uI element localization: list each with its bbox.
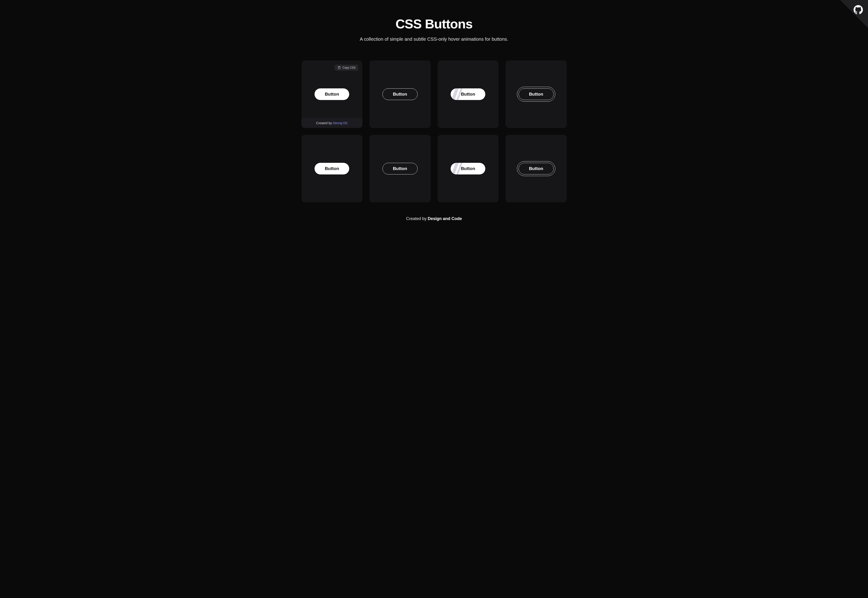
github-icon: [854, 5, 863, 14]
button-card: Button: [506, 135, 567, 202]
button-card: Button: [370, 135, 431, 202]
github-link[interactable]: [854, 5, 863, 15]
page-header: CSS Buttons A collection of simple and s…: [0, 0, 868, 51]
double-ring-wrap: Button: [517, 87, 555, 102]
button-card: Button: [438, 60, 499, 128]
button-grid: Copy CSS Button Created by Devraj DC But…: [287, 60, 581, 202]
svg-rect-0: [339, 67, 340, 67]
double-ring-wrap: Button: [517, 161, 555, 176]
demo-button-outline[interactable]: Button: [383, 163, 418, 175]
demo-button-outline[interactable]: Button: [383, 88, 418, 100]
demo-button-label: Button: [461, 92, 475, 97]
created-by-prefix: Created by: [316, 121, 333, 125]
button-card: Button: [370, 60, 431, 128]
author-link[interactable]: Devraj DC: [333, 121, 348, 125]
page-footer: Created by Design and Code: [0, 216, 868, 221]
button-card: Copy CSS Button Created by Devraj DC: [301, 60, 363, 128]
demo-button-striped[interactable]: Button: [450, 163, 485, 175]
footer-prefix: Created by: [406, 216, 428, 221]
button-card: Button: [301, 135, 363, 202]
copy-css-button[interactable]: Copy CSS: [335, 65, 358, 71]
card-footer: Created by Devraj DC: [301, 118, 363, 128]
page-subtitle: A collection of simple and subtle CSS-on…: [0, 36, 868, 42]
demo-button-striped[interactable]: Button: [450, 88, 485, 100]
clipboard-icon: [338, 66, 341, 69]
demo-button-solid[interactable]: Button: [314, 163, 349, 175]
footer-author: Design and Code: [428, 216, 462, 221]
demo-button-solid[interactable]: Button: [314, 88, 349, 100]
button-card: Button: [506, 60, 567, 128]
button-card: Button: [438, 135, 499, 202]
copy-css-label: Copy CSS: [343, 66, 355, 69]
demo-button-double-outline[interactable]: Button: [519, 163, 554, 175]
demo-button-double-outline[interactable]: Button: [519, 88, 554, 100]
page-title: CSS Buttons: [0, 16, 868, 31]
demo-button-label: Button: [461, 166, 475, 171]
